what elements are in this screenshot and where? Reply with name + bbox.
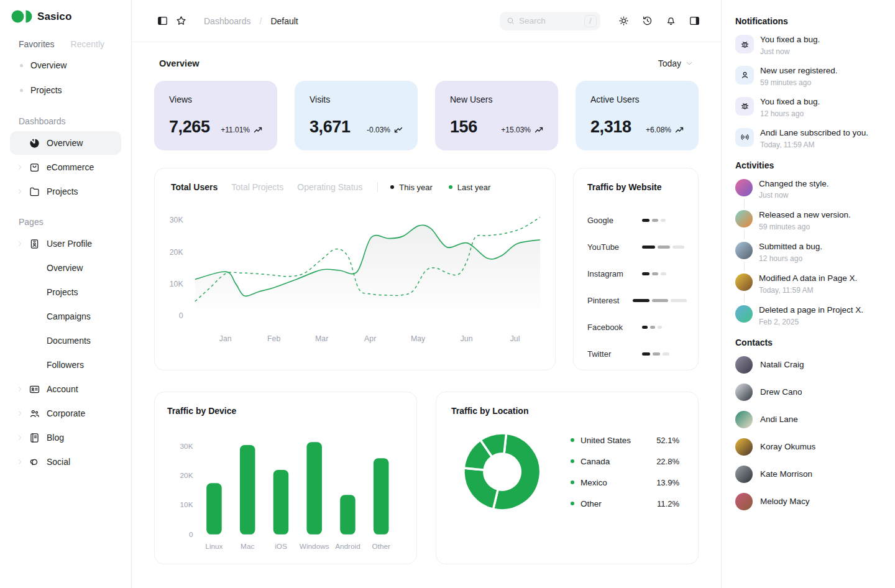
location-row-canada: Canada 22.8% [571,457,679,466]
chevron-right-icon [16,410,24,417]
favorite-page-button[interactable] [172,12,190,30]
trend-up-icon [535,126,543,134]
period-label: Today [658,58,681,68]
history-button[interactable] [638,12,656,30]
activity-item[interactable]: Submitted a bug. 12 hours ago [735,242,883,263]
sidebar-item-account[interactable]: Account [10,377,121,401]
tab-recently[interactable]: Recently [71,39,104,49]
activity-time: Feb 2, 2025 [759,318,863,326]
section-title: Notifications [735,16,883,26]
period-select[interactable]: Today [658,58,694,68]
location-percent: 11.2% [657,499,679,508]
sidebar-item-followers[interactable]: Followers [10,353,121,377]
stat-card-visits: Visits 3,671 -0.03% [295,81,418,150]
sidebar-item-documents[interactable]: Documents [10,329,121,352]
stat-delta: +11.01% [221,126,250,134]
notification-text: You fixed a bug. [760,97,820,108]
contact-item-drew-cano[interactable]: Drew Cano [735,384,883,401]
favorite-item-label: Overview [30,60,67,70]
sidebar-item-ecommerce[interactable]: eCommerce [10,155,121,179]
sidebar-item-label: Documents [47,336,91,346]
stat-delta: -0.03% [367,126,390,134]
trend-up-icon [254,126,262,134]
notification-item[interactable]: You fixed a bug. Just now [735,35,883,56]
notification-item[interactable]: Andi Lane subscribed to you. Today, 11:5… [735,128,883,149]
sidebar-item-projects[interactable]: Projects [10,180,121,203]
favorite-item-label: Projects [30,85,62,95]
search-box[interactable]: / [500,12,600,30]
trend-down-icon [394,126,403,134]
sidebar-item-social[interactable]: Social [10,450,121,474]
section-title: Contacts [735,338,883,347]
sidebar-item-user-profile[interactable]: User Profile [10,232,121,255]
top-bar-actions: / [500,12,704,30]
chart-tab-total-users[interactable]: Total Users [171,182,218,192]
avatar [735,466,753,483]
favorite-item-projects[interactable]: Projects [10,78,121,103]
contact-name: Koray Okumus [760,442,815,451]
notification-item[interactable]: New user registered. 59 minutes ago [735,66,883,87]
svg-text:Linux: Linux [205,542,223,550]
website-row-google: Google [587,207,687,234]
favorites-list: Overview Projects [10,53,121,103]
left-sidebar: Sasico Favorites Recently Overview Proje… [0,0,132,588]
stat-cards-row: Views 7,265 +11.01% Visits 3,671 -0.03% … [154,81,699,150]
website-label: Facebook [587,323,642,332]
notifications-section: Notifications You fixed a bug. Just now … [735,16,883,149]
website-row-twitter: Twitter [587,341,687,367]
sidebar-item-corporate[interactable]: Corporate [10,402,121,425]
theme-toggle-button[interactable] [614,12,633,30]
sidebar-item-campaigns[interactable]: Campaigns [10,305,121,328]
sidebar-item-overview[interactable]: Overview [10,131,121,155]
avatar [735,305,753,323]
activity-item[interactable]: Deleted a page in Project X. Feb 2, 2025 [735,305,883,326]
contact-item-melody-macy[interactable]: Melody Macy [735,493,883,510]
website-traffic-list: Google YouTube Instagram Pinterest Faceb… [587,207,687,367]
svg-text:Apr: Apr [364,334,376,343]
contact-name: Melody Macy [760,497,810,506]
location-label: Mexico [581,478,607,487]
contact-item-kate-morrison[interactable]: Kate Morrison [735,466,883,483]
contact-item-koray-okumus[interactable]: Koray Okumus [735,438,883,456]
legend-item-this-year: This year [390,183,432,192]
breadcrumb-parent[interactable]: Dashboards [204,16,251,26]
location-row-united-states: United States 52.1% [571,436,679,445]
toggle-left-sidebar-button[interactable] [153,12,172,30]
app-logo[interactable]: Sasico [10,10,121,23]
device-bar-chart: 010K20K30K LinuxMaciOSWindowsAndroidOthe… [167,420,404,558]
website-label: Google [587,216,642,225]
contact-item-natali-craig[interactable]: Natali Craig [735,356,883,374]
breadcrumb-current[interactable]: Default [270,16,298,26]
favorite-item-overview[interactable]: Overview [10,53,121,78]
activity-item[interactable]: Modified A data in Page X. Today, 11:59 … [735,273,883,295]
stat-label: New Users [450,94,543,104]
notification-item[interactable]: You fixed a bug. 12 hours ago [735,97,883,118]
activity-item[interactable]: Changed the style. Just now [735,179,883,200]
activity-item[interactable]: Released a new version. 59 minutes ago [735,210,883,231]
stat-delta: +15.03% [501,126,531,134]
notification-text: New user registered. [760,66,838,76]
sidebar-item-label: Projects [47,186,78,196]
page-title: Overview [159,58,200,68]
sidebar-item-label: Projects [47,287,78,297]
tab-favorites[interactable]: Favorites [19,39,55,49]
stat-delta: +6.08% [646,126,671,134]
notification-time: Just now [760,47,820,56]
toggle-right-sidebar-button[interactable] [685,12,704,30]
website-label: Instagram [587,269,642,278]
chart-tab-total-projects[interactable]: Total Projects [231,182,283,192]
sidebar-item-label: Blog [47,433,64,443]
notifications-button[interactable] [661,12,680,30]
svg-text:Windows: Windows [300,542,329,550]
avatar [735,438,753,456]
sidebar-item-overview[interactable]: Overview [10,256,121,280]
sidebar-item-projects[interactable]: Projects [10,280,121,304]
right-sidebar: Notifications You fixed a bug. Just now … [721,0,895,588]
activity-time: Just now [759,191,829,200]
chart-tab-operating-status[interactable]: Operating Status [297,182,362,192]
search-input[interactable] [515,16,584,25]
sidebar-item-blog[interactable]: Blog [10,426,121,449]
contact-item-andi-lane[interactable]: Andi Lane [735,411,883,428]
svg-text:Jul: Jul [510,334,520,343]
contact-name: Drew Cano [760,387,802,397]
